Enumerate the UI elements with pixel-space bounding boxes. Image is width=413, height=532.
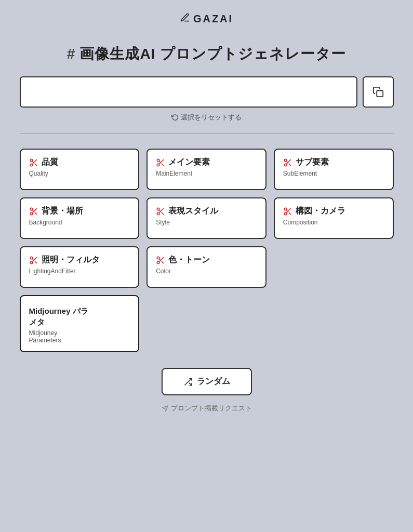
category-title-en-color: Color <box>156 268 257 275</box>
category-title-en-quality: Quality <box>29 170 130 177</box>
category-header-background: 背景・場所 <box>29 206 130 217</box>
scissors-icon-main-element <box>156 158 165 167</box>
scissors-icon-style <box>156 207 165 216</box>
page-title: #画像生成AI プロンプトジェネレーター <box>0 44 413 64</box>
reset-label: 選択をリセットする <box>181 113 242 122</box>
category-header-quality: 品質 <box>29 157 130 168</box>
midjourney-title-jp-line1: Midjourney パラ <box>29 307 88 315</box>
svg-point-1 <box>30 159 33 162</box>
logo-text: GAZAI <box>193 13 233 25</box>
divider <box>20 134 394 134</box>
page-title-area: #画像生成AI プロンプトジェネレーター <box>0 34 413 76</box>
category-card-quality[interactable]: 品質 Quality <box>20 149 140 190</box>
category-title-en-lighting: LightingAndFilter <box>29 268 130 275</box>
svg-line-35 <box>32 259 34 260</box>
copy-icon <box>372 86 384 98</box>
category-title-jp-composition: 構図・カメラ <box>296 206 345 217</box>
header: GAZAI <box>0 0 413 34</box>
prompt-input[interactable] <box>20 76 357 108</box>
request-area: プロンプト掲載リクエスト <box>20 404 394 414</box>
midjourney-title-jp-line2: メタ <box>29 317 45 326</box>
svg-point-12 <box>284 164 287 166</box>
category-grid-row1: 品質 Quality メイン要素 MainElement <box>20 149 394 190</box>
scissors-icon-composition <box>283 207 292 216</box>
category-card-background[interactable]: 背景・場所 Background <box>20 197 140 239</box>
request-link-label: プロンプト掲載リクエスト <box>171 404 252 413</box>
midjourney-row: Midjourney パラ メタ Midjouney Parameters <box>20 295 394 352</box>
category-header-sub-element: サブ要素 <box>283 157 384 168</box>
svg-point-32 <box>30 261 33 264</box>
category-card-midjourney[interactable]: Midjourney パラ メタ Midjouney Parameters <box>20 295 140 352</box>
prompt-area <box>20 76 394 108</box>
svg-rect-0 <box>377 90 383 97</box>
svg-point-37 <box>157 261 159 264</box>
logo-icon <box>180 12 190 25</box>
scissors-icon-sub-element <box>283 158 292 167</box>
category-header-composition: 構図・カメラ <box>283 206 384 217</box>
svg-line-30 <box>286 210 288 211</box>
midjourney-title-en: Midjouney Parameters <box>29 329 130 344</box>
scissors-icon-quality <box>29 158 38 167</box>
category-title-en-sub-element: SubElement <box>283 170 384 177</box>
svg-line-25 <box>159 210 161 211</box>
category-card-main-element[interactable]: メイン要素 MainElement <box>146 149 267 190</box>
category-header-color: 色・トーン <box>156 255 257 265</box>
svg-line-20 <box>32 210 34 211</box>
svg-line-39 <box>162 261 164 263</box>
category-title-jp-sub-element: サブ要素 <box>296 157 329 168</box>
svg-point-21 <box>157 208 159 210</box>
logo-area: GAZAI <box>180 12 233 25</box>
svg-line-5 <box>32 161 34 163</box>
svg-line-9 <box>162 163 164 165</box>
svg-line-29 <box>289 212 291 214</box>
svg-line-10 <box>159 161 161 163</box>
svg-point-16 <box>30 208 33 210</box>
random-button-area: ランダム <box>20 368 394 395</box>
midjourney-title-en-line2: Parameters <box>29 337 61 344</box>
svg-point-7 <box>157 164 159 166</box>
category-title-en-composition: Composition <box>283 219 384 226</box>
category-card-lighting[interactable]: 照明・フィルタ LightingAndFilter <box>20 246 140 288</box>
category-title-jp-lighting: 照明・フィルタ <box>42 255 100 265</box>
svg-line-4 <box>34 163 36 165</box>
svg-point-26 <box>284 208 287 210</box>
svg-line-14 <box>289 163 291 165</box>
svg-point-17 <box>30 212 33 215</box>
category-title-jp-main-element: メイン要素 <box>168 157 210 168</box>
category-header-style: 表現スタイル <box>156 206 257 217</box>
category-header-main-element: メイン要素 <box>156 157 257 168</box>
category-title-jp-quality: 品質 <box>42 157 58 168</box>
category-title-en-background: Background <box>29 219 130 226</box>
category-card-color[interactable]: 色・トーン Color <box>146 246 267 288</box>
copy-button[interactable] <box>363 76 394 108</box>
svg-point-31 <box>30 257 33 259</box>
svg-point-36 <box>157 257 159 259</box>
scissors-icon-background <box>29 207 38 216</box>
svg-point-11 <box>284 159 287 162</box>
page-title-text: 画像生成AI プロンプトジェネレーター <box>79 46 346 62</box>
category-title-jp-background: 背景・場所 <box>42 206 83 217</box>
svg-point-22 <box>157 212 159 215</box>
category-card-sub-element[interactable]: サブ要素 SubElement <box>274 149 394 190</box>
random-button-label: ランダム <box>197 376 230 387</box>
category-grid-row2: 背景・場所 Background 表現スタイル Style <box>20 197 394 239</box>
category-header-lighting: 照明・フィルタ <box>29 255 130 265</box>
category-card-style[interactable]: 表現スタイル Style <box>146 197 267 239</box>
scissors-icon-lighting <box>29 256 38 265</box>
svg-line-34 <box>34 261 36 263</box>
svg-point-27 <box>284 212 287 215</box>
category-title-en-style: Style <box>156 219 257 226</box>
reset-area: 選択をリセットする <box>20 113 394 123</box>
random-button[interactable]: ランダム <box>162 368 252 395</box>
reset-icon <box>171 114 179 121</box>
category-card-composition[interactable]: 構図・カメラ Composition <box>274 197 394 239</box>
request-link[interactable]: プロンプト掲載リクエスト <box>162 404 252 413</box>
scissors-icon-color <box>156 256 165 265</box>
svg-point-6 <box>157 159 159 162</box>
hash-symbol: # <box>67 46 76 62</box>
svg-line-24 <box>162 212 164 214</box>
svg-point-2 <box>30 164 33 166</box>
category-grid-row3: 照明・フィルタ LightingAndFilter 色・トーン Color <box>20 246 394 288</box>
midjourney-title-jp: Midjourney パラ メタ <box>29 305 130 327</box>
reset-link[interactable]: 選択をリセットする <box>171 113 242 122</box>
